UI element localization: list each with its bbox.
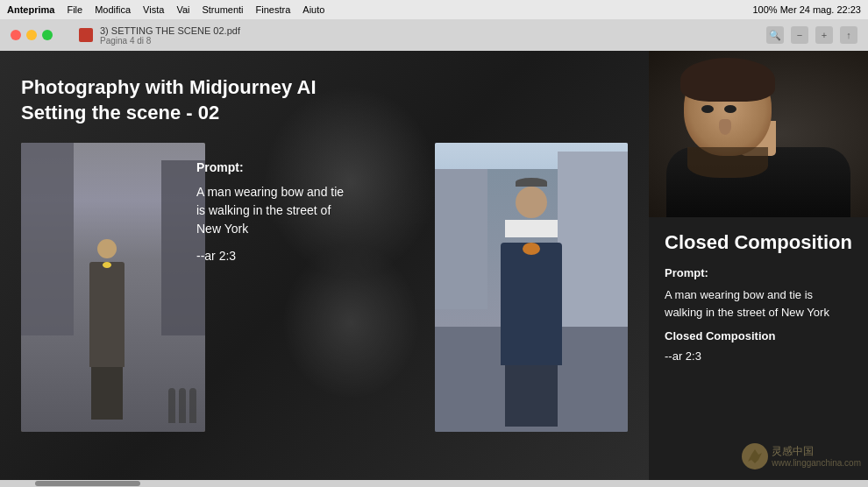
prm-hair [516,178,547,187]
man-figure [82,239,131,414]
right-prompt-label: Prompt: [665,266,852,279]
wc-eye-left [701,105,714,113]
main-content: Photography with Midjourney AI Setting t… [0,51,868,480]
photo-left [21,143,205,432]
wc-beard [687,147,768,178]
watermark-url: www.lingganchina.com [772,458,861,468]
right-composition-label: Closed Composition [665,329,852,342]
right-prompt-text: A man wearing bow and tie is walking in … [665,286,852,321]
pdf-icon [79,28,93,42]
wc-eye-right [724,105,736,113]
scrollbar-area[interactable] [0,480,868,487]
building-left [21,143,74,335]
watermark-icon [746,448,764,465]
menu-vai[interactable]: Vai [176,4,189,15]
man-legs [91,367,123,420]
menu-modifica[interactable]: Modifica [95,4,131,15]
menu-vista[interactable]: Vista [143,4,164,15]
right-text-content: Closed Composition Prompt: A man wearing… [649,217,868,480]
man-head [97,239,117,258]
menubar-left: Anteprima File Modifica Vista Vai Strume… [7,4,324,15]
prompt-text-left: A man wearing bow and tie is walking in … [196,183,354,238]
crowd-people [168,388,196,423]
window: 3) SETTING THE SCENE 02.pdf Pagina 4 di … [0,19,868,487]
crowd-person-2 [179,388,186,423]
traffic-lights[interactable] [11,30,53,40]
menu-finestra[interactable]: Finestra [256,4,291,15]
man-body [89,262,125,367]
zoom-out-button[interactable]: − [791,26,808,44]
crowd-person-1 [168,388,175,423]
maximize-button[interactable] [42,30,53,40]
slide-title: Photography with Midjourney AI Setting t… [21,75,628,125]
close-button[interactable] [11,30,21,40]
prompt-box-left: Prompt: A man wearing bow and tie is wal… [196,160,354,263]
prm-pants [505,365,558,427]
window-subtitle: Pagina 4 di 8 [100,36,240,46]
titlebar-center: 3) SETTING THE SCENE 02.pdf Pagina 4 di … [79,25,240,46]
scrollbar-thumb[interactable] [35,481,140,486]
minimize-button[interactable] [26,30,37,40]
crowd-person-3 [189,388,196,423]
pr-building-2 [435,169,487,309]
prm-head [516,187,547,218]
watermark-logo [742,443,768,469]
watermark: 灵感中国 www.lingganchina.com [742,443,861,469]
slide-area: Photography with Midjourney AI Setting t… [0,51,649,480]
wc-hair [680,58,775,102]
menu-file[interactable]: File [67,4,82,15]
bow-tie [103,262,111,268]
titlebar-controls[interactable]: 🔍 − + ↑ [766,26,857,44]
photo-right-container [435,143,628,432]
titlebar: 3) SETTING THE SCENE 02.pdf Pagina 4 di … [0,19,868,51]
menubar-status: 100% Mer 24 mag. 22:23 [752,4,861,15]
composition-title: Closed Composition [665,231,852,254]
prm-bow [523,243,540,255]
wc-nose [719,119,731,135]
app-name[interactable]: Anteprima [7,4,54,15]
pr-man [492,187,571,397]
menubar-right: 100% Mer 24 mag. 22:23 [752,4,861,15]
slide-content: Photography with Midjourney AI Setting t… [0,51,649,480]
menubar: Anteprima File Modifica Vista Vai Strume… [0,0,868,19]
menu-aiuto[interactable]: Aiuto [302,4,324,15]
watermark-brand: 灵感中国 [772,445,861,457]
zoom-in-button[interactable]: + [815,26,833,44]
slide-title-line2: Setting the scene - 02 [21,101,628,126]
slide-body: Prompt: A man wearing bow and tie is wal… [21,143,628,455]
share-button[interactable]: ↑ [840,26,857,44]
right-ar-text: --ar 2:3 [665,349,852,363]
photo-right [435,143,628,432]
ar-text-left: --ar 2:3 [196,249,354,263]
slide-title-line1: Photography with Midjourney AI [21,75,628,101]
prm-jacket [501,243,562,365]
webcam-overlay [649,51,868,217]
webcam-person [649,51,868,217]
prm-collar [505,220,558,237]
search-button[interactable]: 🔍 [766,26,784,44]
menu-strumenti[interactable]: Strumenti [202,4,243,15]
right-panel: Closed Composition Prompt: A man wearing… [649,51,868,480]
window-title: 3) SETTING THE SCENE 02.pdf [100,25,240,36]
prompt-label-left: Prompt: [196,160,354,174]
